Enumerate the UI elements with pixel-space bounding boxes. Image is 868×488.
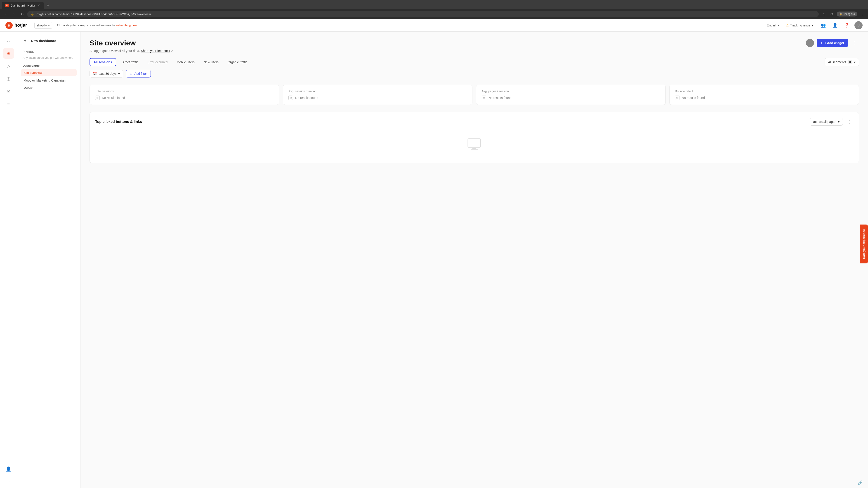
monitor-icon xyxy=(467,138,481,150)
nav-item-moodjoy[interactable]: Moodjoy Marketing Campaign xyxy=(21,77,76,84)
sidebar-item-surveys[interactable]: ≡ xyxy=(3,98,14,109)
browser-tab[interactable]: H Dashboard - Hotjar ✕ xyxy=(2,2,44,9)
top-clicked-section: Top clicked buttons & links across all p… xyxy=(90,112,859,163)
sidebar-item-recordings[interactable]: ▷ xyxy=(3,61,14,71)
nav-panel: + + New dashboard Pinned Any dashboards … xyxy=(17,32,81,488)
no-results-icon-2: ✉ xyxy=(288,96,293,100)
tab-error-occurred: Error occurred xyxy=(144,59,171,66)
pages-dropdown[interactable]: across all pages ▾ xyxy=(810,118,843,126)
site-selector[interactable]: shopify ▾ xyxy=(34,22,52,29)
tab-direct-traffic[interactable]: Direct traffic xyxy=(118,59,142,66)
help-button[interactable]: ❓ xyxy=(843,21,851,29)
tracking-issue-label: Tracking issue xyxy=(790,24,810,27)
sidebar-item-heatmaps[interactable]: ◎ xyxy=(3,73,14,84)
section-more-button[interactable]: ⋮ xyxy=(845,118,853,126)
secure-icon: 🔒 xyxy=(31,12,34,15)
tracking-issue-button[interactable]: ⚠ Tracking issue ▾ xyxy=(783,22,815,29)
page-subtitle: An aggregated view of all your data. Sha… xyxy=(90,49,174,53)
add-widget-plus: + xyxy=(821,41,823,45)
subscribing-link[interactable]: subscribing now xyxy=(116,24,137,27)
avatar[interactable]: U xyxy=(855,21,863,29)
segments-selector[interactable]: All segments 8 ▾ xyxy=(825,58,859,66)
bookmark-button[interactable]: ☆ xyxy=(820,11,827,17)
segments-count: 8 xyxy=(848,60,852,64)
tab-mobile-users[interactable]: Mobile users xyxy=(173,59,198,66)
site-name: shopify xyxy=(37,24,47,27)
section-title: Top clicked buttons & links xyxy=(95,120,142,124)
page-title: Site overview xyxy=(90,39,174,47)
site-selector-chevron: ▾ xyxy=(48,24,50,27)
add-filter-button[interactable]: ⊞ Add filter xyxy=(126,70,151,77)
filter-icon: ⊞ xyxy=(130,72,132,75)
tab-title: Dashboard - Hotjar xyxy=(10,4,35,7)
extension-button[interactable]: ⚙ xyxy=(829,11,835,17)
hotjar-logo: H hotjar xyxy=(5,22,27,29)
feedback-tab[interactable]: Rate your experience xyxy=(860,225,868,263)
section-actions: across all pages ▾ ⋮ xyxy=(810,118,853,126)
tab-all-sessions[interactable]: All sessions xyxy=(90,58,116,66)
pinned-empty-text: Any dashboards you pin will show here xyxy=(21,55,76,60)
add-widget-button[interactable]: + + Add widget xyxy=(817,39,848,47)
date-filter[interactable]: 📅 Last 30 days ▾ xyxy=(90,70,123,77)
main-content: Site overview An aggregated view of all … xyxy=(81,32,868,488)
tab-organic-traffic[interactable]: Organic traffic xyxy=(224,59,251,66)
no-results-icon-3: ✉ xyxy=(482,96,486,100)
page-actions: + + Add widget ⋮ xyxy=(806,39,859,47)
stat-card-avg-session: Avg. session duration ✉ No results found xyxy=(283,85,472,105)
language-selector[interactable]: English ▾ xyxy=(767,24,780,27)
no-results-label-4: No results found xyxy=(682,96,705,100)
share-feedback-link[interactable]: Share your feedback xyxy=(141,49,170,53)
stat-title-avg-pages: Avg. pages / session xyxy=(482,90,660,93)
add-widget-label: + Add widget xyxy=(825,41,844,45)
no-results-label: No results found xyxy=(102,96,125,100)
top-bar: H hotjar shopify ▾ 11 trial days left · … xyxy=(0,19,868,32)
language-label: English xyxy=(767,24,777,27)
more-browser-button[interactable]: ⋮ xyxy=(859,11,865,17)
incognito-icon: 🕵 xyxy=(839,12,842,15)
sidebar-item-feedback[interactable]: ✉ xyxy=(3,86,14,97)
tab-new-users[interactable]: New users xyxy=(200,59,222,66)
address-bar[interactable]: 🔒 insights.hotjar.com/sites/3814994/dash… xyxy=(27,11,819,17)
calendar-icon: 📅 xyxy=(93,72,97,75)
add-filter-label: Add filter xyxy=(134,72,147,75)
svg-text:H: H xyxy=(8,24,10,27)
svg-rect-4 xyxy=(471,149,478,150)
new-dashboard-label: + New dashboard xyxy=(28,39,57,43)
add-user-button[interactable]: 👥 xyxy=(819,21,827,29)
pages-dropdown-label: across all pages xyxy=(813,120,836,124)
sidebar-item-dashboard[interactable]: ⊞ xyxy=(3,48,14,59)
tracking-chevron: ▾ xyxy=(812,24,813,27)
back-button[interactable]: ‹ xyxy=(3,11,9,17)
incognito-label: Incognito xyxy=(844,12,855,15)
sidebar-item-home[interactable]: ⌂ xyxy=(3,35,14,46)
sidebar-item-users[interactable]: 👤 xyxy=(3,464,14,475)
close-tab-button[interactable]: ✕ xyxy=(37,4,41,7)
new-tab-button[interactable]: + xyxy=(45,2,51,8)
page-avatar xyxy=(806,39,814,47)
more-options-button[interactable]: ⋮ xyxy=(851,39,859,47)
section-header: Top clicked buttons & links across all p… xyxy=(95,118,853,126)
stats-cards: Total sessions ✉ No results found Avg. s… xyxy=(90,85,859,105)
stat-value-avg-session: ✉ No results found xyxy=(288,96,467,100)
info-icon: ℹ xyxy=(692,90,693,93)
svg-rect-2 xyxy=(468,139,480,147)
logo-icon: H xyxy=(5,22,13,29)
pinned-section-title: Pinned xyxy=(21,50,76,53)
date-chevron: ▾ xyxy=(118,72,120,75)
tab-favicon: H xyxy=(5,4,8,7)
stat-title-avg-session: Avg. session duration xyxy=(288,90,467,93)
nav-item-site-overview[interactable]: Site overview xyxy=(21,69,76,76)
nav-item-moojie[interactable]: Moojie xyxy=(21,85,76,92)
no-results-icon-4: ✉ xyxy=(675,96,680,100)
stat-value-total-sessions: ✉ No results found xyxy=(95,96,274,100)
profile-button[interactable]: 👤 xyxy=(831,21,839,29)
link-icon[interactable]: 🔗 xyxy=(858,480,863,485)
refresh-button[interactable]: ↻ xyxy=(19,11,25,17)
url-text: insights.hotjar.com/sites/3814994/dashbo… xyxy=(36,12,815,16)
stat-card-total-sessions: Total sessions ✉ No results found xyxy=(90,85,279,105)
sidebar-collapse-button[interactable]: → xyxy=(3,476,14,487)
forward-button[interactable]: › xyxy=(11,11,17,17)
dashboards-section-title: Dashboards xyxy=(21,64,76,67)
new-dashboard-button[interactable]: + + New dashboard xyxy=(21,36,76,45)
stat-value-bounce-rate: ✉ No results found xyxy=(675,96,853,100)
